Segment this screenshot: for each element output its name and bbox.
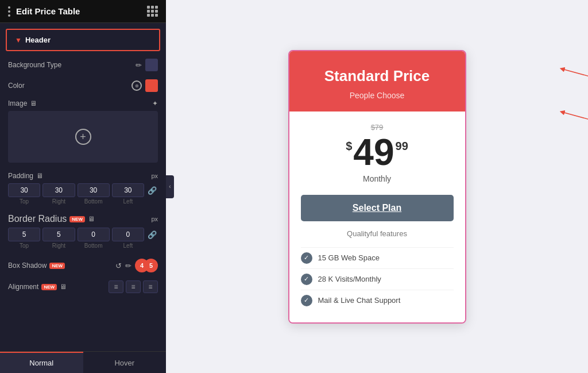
br-right-label: Right: [42, 243, 75, 249]
tab-hover[interactable]: Hover: [83, 352, 167, 373]
border-radius-label-row: Border Radius NEW 🖥 px: [8, 214, 158, 224]
padding-right-input[interactable]: [42, 183, 75, 197]
feature-text-2: 28 K Visits/Monthly: [318, 275, 381, 283]
bg-type-rect[interactable]: [145, 59, 158, 71]
refresh-icon[interactable]: ↺: [115, 262, 122, 270]
check-icon-2: ✓: [301, 274, 312, 285]
border-radius-unit[interactable]: px: [151, 216, 158, 222]
feature-text-1: 15 GB Web Space: [318, 253, 380, 262]
color-label: Color: [8, 82, 25, 90]
price-row: $ 49 99: [301, 134, 454, 171]
check-icon-3: ✓: [301, 295, 312, 306]
border-radius-section: Border Radius NEW 🖥 px 🔗 Top Right Botto…: [0, 210, 166, 255]
padding-bottom-input[interactable]: [78, 183, 110, 197]
color-controls: ⊕: [131, 79, 158, 92]
collapse-handle[interactable]: ‹: [166, 175, 174, 198]
padding-monitor-icon: 🖥: [36, 172, 43, 180]
add-image-icon[interactable]: +: [75, 129, 91, 145]
main-area: ‹ Standard Price People Choose $79 $ 49 …: [166, 0, 588, 373]
sparkle-icon[interactable]: ✦: [152, 99, 158, 107]
pencil-icon[interactable]: ✏: [136, 61, 142, 70]
align-buttons: ≡ ≡ ≡: [109, 280, 158, 293]
padding-top-input[interactable]: [8, 183, 40, 197]
section-header[interactable]: ▼ Header: [6, 29, 160, 51]
annotation-4-badge: 4: [135, 259, 149, 272]
sidebar-title: Edit Price Table: [16, 6, 80, 16]
padding-input-labels: Top Right Bottom Left: [8, 198, 158, 205]
dollar-sign: $: [346, 140, 352, 153]
br-link-icon[interactable]: 🔗: [146, 230, 158, 239]
feature-item-2: ✓ 28 K Visits/Monthly: [301, 268, 454, 290]
menu-icon[interactable]: [8, 6, 10, 17]
feature-item-1: ✓ 15 GB Web Space: [301, 247, 454, 268]
svg-line-3: [562, 112, 588, 129]
globe-icon[interactable]: ⊕: [131, 80, 142, 91]
section-header-label: Header: [25, 36, 51, 44]
padding-section: Padding 🖥 px 🔗 Top Right Bottom Left: [0, 168, 166, 210]
sidebar-header: Edit Price Table: [0, 0, 166, 23]
bottom-tabs: Normal Hover: [0, 351, 166, 373]
br-right-input[interactable]: [42, 228, 75, 241]
sidebar-content: ▼ Header Background Type ✏ Color ⊕ Image: [0, 23, 166, 351]
color-swatch[interactable]: [145, 79, 158, 92]
alignment-label-group: Alignment NEW 🖥: [8, 283, 67, 291]
sidebar-header-left: Edit Price Table: [8, 6, 80, 17]
box-shadow-pencil-icon[interactable]: ✏: [125, 262, 131, 270]
original-price: $79: [301, 123, 454, 132]
image-text: Image: [8, 99, 27, 107]
annotation-circles: 4 5: [135, 259, 158, 272]
padding-inputs: 🔗: [8, 183, 158, 197]
border-radius-inputs: 🔗: [8, 228, 158, 241]
section-arrow-icon: ▼: [15, 36, 22, 44]
box-shadow-new-badge: NEW: [49, 263, 65, 269]
card-body: $79 $ 49 99 Monthly Select Plan Qualityf…: [289, 111, 465, 322]
bottom-label: Bottom: [78, 198, 110, 205]
card-subtitle: People Choose: [301, 91, 454, 100]
br-top-label: Top: [8, 243, 40, 249]
alignment-text: Alignment: [8, 283, 38, 291]
align-left-btn[interactable]: ≡: [109, 280, 123, 293]
image-section: Image 🖥 ✦ +: [0, 96, 166, 168]
box-shadow-row: Box Shadow NEW ↺ ✏ 4 5: [0, 255, 166, 276]
left-label: Left: [112, 198, 144, 205]
box-shadow-controls: ↺ ✏ 4 5: [115, 259, 158, 272]
right-label: Right: [42, 198, 75, 205]
image-label-row: Image 🖥 ✦: [8, 99, 158, 107]
box-shadow-label-group: Box Shadow NEW: [8, 262, 65, 270]
new-badge: NEW: [69, 216, 85, 222]
br-bottom-input[interactable]: [78, 228, 110, 241]
padding-left-input[interactable]: [112, 183, 144, 197]
background-type-label: Background Type: [8, 61, 61, 69]
svg-line-0: [562, 69, 588, 86]
price-cents: 99: [396, 140, 408, 153]
price-main: 49: [353, 134, 394, 171]
padding-text: Padding: [8, 172, 33, 180]
padding-label-group: Padding 🖥: [8, 172, 43, 180]
color-row: Color ⊕: [0, 75, 166, 96]
monitor-icon: 🖥: [30, 99, 37, 107]
padding-unit[interactable]: px: [151, 172, 158, 179]
alignment-new-badge: NEW: [41, 284, 57, 290]
image-upload-area[interactable]: +: [8, 111, 158, 163]
link-icon[interactable]: 🔗: [146, 186, 158, 195]
border-radius-monitor-icon: 🖥: [88, 215, 95, 223]
border-radius-label-group: Border Radius NEW 🖥: [8, 214, 95, 224]
grid-icon[interactable]: [147, 6, 158, 17]
br-bottom-label: Bottom: [78, 243, 110, 249]
tab-normal[interactable]: Normal: [0, 352, 83, 373]
feature-item-3: ✓ Mail & Live Chat Support: [301, 290, 454, 311]
br-input-labels: Top Right Bottom Left: [8, 243, 158, 249]
price-period: Monthly: [301, 174, 454, 183]
background-type-controls: ✏: [136, 59, 158, 71]
alignment-monitor-icon: 🖥: [60, 283, 67, 291]
select-plan-button[interactable]: Select Plan: [301, 195, 454, 221]
align-center-btn[interactable]: ≡: [126, 280, 141, 293]
price-card: Standard Price People Choose $79 $ 49 99…: [288, 50, 466, 324]
br-left-input[interactable]: [112, 228, 144, 241]
feature-text-3: Mail & Live Chat Support: [318, 296, 401, 305]
box-shadow-text: Box Shadow: [8, 262, 47, 270]
align-right-btn[interactable]: ≡: [143, 280, 158, 293]
br-top-input[interactable]: [8, 228, 40, 241]
top-label: Top: [8, 198, 40, 205]
card-title: Standard Price: [301, 67, 454, 85]
